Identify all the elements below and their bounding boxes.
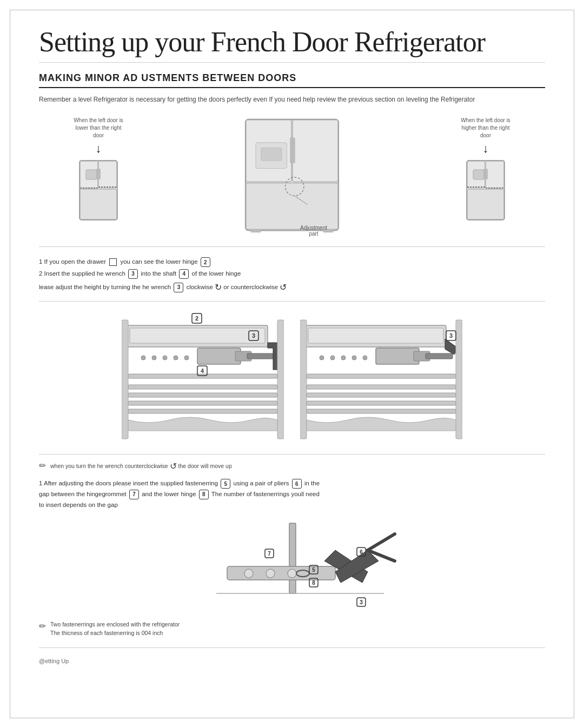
page-title: Setting up your French Door Refrigerator — [39, 26, 545, 63]
right-side-label: When the left door is higher than the ri… — [459, 117, 513, 139]
svg-rect-44 — [128, 393, 277, 397]
step1-line1: 1 If you open the drawer — [39, 258, 106, 265]
step1-line3: lease adjust the height by turning the h… — [39, 284, 171, 290]
badge-3b: 3 — [174, 283, 183, 292]
fridge-left-diagram — [74, 158, 123, 223]
hinge-diagrams-row: 2 3 4 — [39, 309, 545, 455]
svg-point-57 — [341, 356, 346, 360]
note1-block: ✏ when you turn the he wrench counterclo… — [39, 460, 545, 473]
svg-text:4: 4 — [201, 368, 204, 374]
section-heading: MAKING MINOR AD USTMENTS BETWEEN DOORS — [39, 72, 545, 88]
svg-rect-5 — [98, 169, 101, 179]
note1-text: when you turn the he wrench counterclock… — [50, 460, 232, 473]
svg-point-74 — [244, 569, 253, 578]
intro-text: Remember a level Refrigerator is necessa… — [39, 95, 545, 105]
footer-label: @etting Up — [39, 658, 545, 664]
right-diagram-side: When the left door is higher than the ri… — [426, 117, 545, 223]
svg-line-78 — [368, 534, 395, 550]
svg-point-58 — [352, 356, 356, 360]
badge-6: 6 — [292, 479, 302, 489]
svg-text:3: 3 — [252, 332, 255, 339]
step1-line1b: you can see the lower hinge — [120, 258, 197, 265]
step2-line2: gap between the hingegrommet — [39, 491, 127, 497]
step2-line1c: in the — [304, 480, 320, 486]
badge-8: 8 — [199, 490, 209, 499]
svg-rect-64 — [456, 320, 462, 439]
step2-line1b: using a pair of pliers — [234, 480, 289, 486]
svg-point-56 — [330, 356, 335, 360]
svg-rect-67 — [307, 393, 456, 397]
svg-point-55 — [320, 356, 324, 360]
adjustment-label-left: Adjustmentpart — [300, 225, 327, 237]
badge-5: 5 — [221, 479, 230, 489]
svg-rect-63 — [300, 320, 307, 439]
svg-point-75 — [266, 569, 275, 578]
svg-text:6: 6 — [360, 549, 363, 555]
svg-text:7: 7 — [268, 551, 271, 557]
fastener-diagram: 7 5 6 8 3 — [39, 518, 545, 615]
badge-7: 7 — [129, 490, 139, 499]
badge-3a: 3 — [128, 269, 138, 279]
svg-rect-12 — [246, 183, 338, 230]
svg-rect-16 — [261, 148, 282, 161]
svg-text:2: 2 — [195, 315, 198, 322]
hinge-diagram-right: 3 — [300, 309, 462, 446]
step1-line3b: clockwise — [187, 284, 213, 290]
svg-rect-6 — [86, 170, 97, 179]
step2-line1: 1 After adjusting the doors please inser… — [39, 480, 218, 486]
top-diagram-row: When the left door is lower than the rig… — [39, 117, 545, 247]
svg-text:3: 3 — [360, 599, 363, 605]
note2-icon: ✏ — [39, 620, 46, 633]
svg-point-36 — [184, 356, 189, 360]
svg-point-59 — [363, 356, 367, 360]
svg-rect-68 — [307, 401, 456, 405]
hinge-svg-left: 2 3 4 — [122, 309, 284, 444]
svg-point-33 — [152, 356, 156, 360]
svg-point-32 — [141, 356, 145, 360]
svg-rect-41 — [277, 320, 284, 439]
step2-line2b: and the lower hinge — [142, 491, 196, 497]
svg-rect-60 — [376, 348, 419, 364]
svg-text:8: 8 — [312, 580, 315, 586]
step1-line2c: of the lower hinge — [192, 270, 241, 277]
hinge-svg-right: 3 — [300, 309, 462, 444]
step2-line2c: The number of fastenerrings youll need — [211, 491, 320, 497]
step1-line2: 2 Insert the supplied he wrench — [39, 270, 125, 277]
svg-rect-23 — [486, 161, 504, 188]
svg-rect-66 — [307, 385, 456, 389]
svg-rect-19 — [250, 230, 261, 233]
svg-rect-39 — [247, 353, 274, 359]
note1-icon: ✏ — [39, 459, 46, 472]
svg-rect-27 — [473, 170, 484, 179]
svg-rect-45 — [128, 401, 277, 405]
svg-rect-43 — [128, 385, 277, 389]
svg-text:5: 5 — [312, 567, 315, 573]
svg-rect-69 — [307, 409, 456, 413]
svg-rect-62 — [426, 353, 453, 359]
step2-line3: to insert depends on the gap — [39, 502, 118, 508]
clockwise-arrow-icon: ↻ — [215, 280, 222, 295]
badge-2: 2 — [201, 257, 210, 267]
down-arrow-left-icon: ↓ — [96, 142, 102, 156]
svg-rect-42 — [128, 374, 277, 378]
counterclockwise-arrow-icon: ↺ — [280, 280, 287, 295]
step2-instructions: 1 After adjusting the doors please inser… — [39, 478, 545, 510]
svg-point-35 — [174, 356, 178, 360]
svg-rect-54 — [308, 328, 443, 343]
svg-rect-46 — [128, 409, 277, 413]
svg-point-34 — [163, 356, 167, 360]
step1-instructions: 1 If you open the drawer you can see the… — [39, 257, 545, 302]
badge-4: 4 — [179, 269, 189, 279]
svg-rect-40 — [122, 320, 128, 439]
fridge-right-diagram — [461, 158, 510, 223]
move-up-arrow-icon: ↺ — [170, 460, 177, 473]
svg-point-76 — [288, 569, 296, 578]
note2-text: Two fastenerrings are enclosed with the … — [50, 620, 180, 638]
svg-rect-11 — [293, 120, 338, 182]
svg-rect-2 — [98, 161, 117, 188]
svg-rect-24 — [467, 189, 504, 219]
svg-rect-72 — [289, 523, 296, 593]
svg-rect-65 — [307, 374, 456, 378]
step1-line3c: or counterclockwise — [223, 284, 278, 290]
step1-line2b: into the shaft — [141, 270, 176, 277]
